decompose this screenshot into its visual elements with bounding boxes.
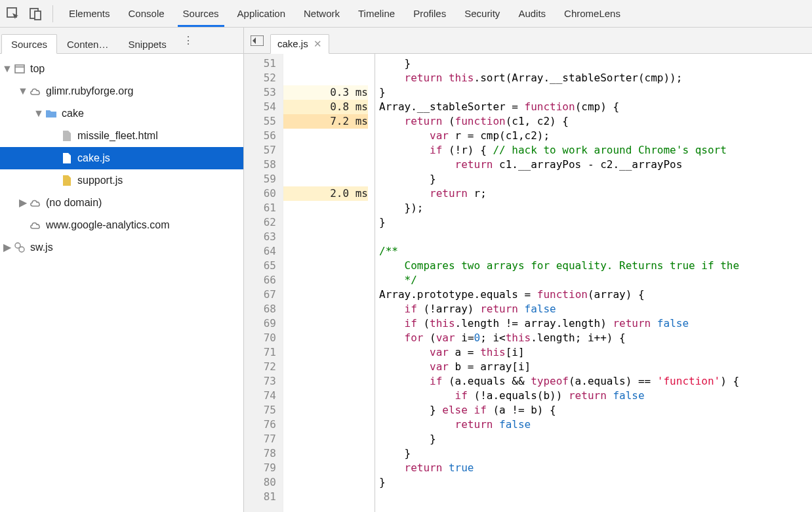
line-number[interactable]: 53 xyxy=(244,85,276,100)
line-number[interactable]: 72 xyxy=(244,360,276,374)
code-line[interactable]: return (function(c1, c2) { xyxy=(379,114,812,129)
code-line[interactable]: } xyxy=(379,56,812,71)
code-line[interactable]: for (var i=0; i<this.length; i++) { xyxy=(379,331,812,345)
line-number[interactable]: 63 xyxy=(244,230,276,244)
tree-item-support-js[interactable]: support.js xyxy=(0,169,243,192)
line-number[interactable]: 56 xyxy=(244,129,276,143)
code-line[interactable]: if (!a.equals(b)) return false xyxy=(379,389,812,403)
panel-tab-console[interactable]: Console xyxy=(119,0,174,27)
line-number[interactable]: 52 xyxy=(244,71,276,85)
line-number[interactable]: 75 xyxy=(244,403,276,417)
code-line[interactable]: return true xyxy=(379,461,812,475)
code-line[interactable]: } xyxy=(379,85,812,100)
expand-icon[interactable]: ▼ xyxy=(34,109,43,118)
line-number[interactable]: 64 xyxy=(244,244,276,259)
file-navigator-toggle-icon[interactable] xyxy=(248,32,266,50)
expand-icon[interactable]: ▶ xyxy=(3,243,12,252)
line-number[interactable]: 57 xyxy=(244,143,276,158)
expand-icon[interactable]: ▼ xyxy=(3,64,12,74)
code-line[interactable]: var a = this[i] xyxy=(379,345,812,360)
line-number[interactable]: 55 xyxy=(244,114,276,129)
svg-rect-3 xyxy=(35,11,41,20)
code-line[interactable]: if (!r) { // hack to work around Chrome'… xyxy=(379,143,812,158)
code-line[interactable]: Compares two arrays for equality. Return… xyxy=(379,259,812,273)
code-line[interactable]: } xyxy=(379,432,812,446)
code-line[interactable]: var b = array[i] xyxy=(379,360,812,374)
tree-item--no-domain-[interactable]: ▶(no domain) xyxy=(0,192,243,214)
code-line[interactable]: /** xyxy=(379,244,812,259)
code-line[interactable]: if (this.length != array.length) return … xyxy=(379,316,812,331)
tree-item-sw-js[interactable]: ▶sw.js xyxy=(0,236,243,259)
expand-icon[interactable]: ▶ xyxy=(18,198,28,207)
code-line[interactable]: } else if (a != b) { xyxy=(379,403,812,417)
line-number[interactable]: 62 xyxy=(244,215,276,230)
line-number[interactable]: 80 xyxy=(244,475,276,490)
code-line[interactable]: var r = cmp(c1,c2); xyxy=(379,129,812,143)
tree-item-cake[interactable]: ▼cake xyxy=(0,102,243,125)
panel-tab-timeline[interactable]: Timeline xyxy=(349,0,404,27)
line-number[interactable]: 59 xyxy=(244,172,276,186)
line-number[interactable]: 78 xyxy=(244,446,276,461)
line-number[interactable]: 68 xyxy=(244,302,276,316)
tree-item-missile-fleet-html[interactable]: missile_fleet.html xyxy=(0,125,243,147)
code-line[interactable]: } xyxy=(379,446,812,461)
panel-tab-sources[interactable]: Sources xyxy=(174,0,228,27)
line-number[interactable]: 66 xyxy=(244,273,276,288)
line-number[interactable]: 60 xyxy=(244,186,276,201)
code-line[interactable]: if (a.equals && typeof(a.equals) == 'fun… xyxy=(379,374,812,389)
code-line[interactable]: }); xyxy=(379,201,812,215)
code-line[interactable]: return this.sort(Array.__stableSorter(cm… xyxy=(379,71,812,85)
device-toggle-icon[interactable] xyxy=(28,6,43,22)
inspect-element-icon[interactable] xyxy=(5,6,21,22)
line-number[interactable]: 79 xyxy=(244,461,276,475)
line-number[interactable]: 67 xyxy=(244,288,276,302)
code-line[interactable]: return r; xyxy=(379,186,812,201)
code-line[interactable]: if (!array) return false xyxy=(379,302,812,316)
code-line[interactable]: Array.prototype.equals = function(array)… xyxy=(379,288,812,302)
code-line[interactable] xyxy=(379,490,812,504)
tree-item-top[interactable]: ▼top xyxy=(0,58,243,80)
panel-tab-profiles[interactable]: Profiles xyxy=(404,0,455,27)
line-number[interactable]: 58 xyxy=(244,158,276,172)
line-number[interactable]: 65 xyxy=(244,259,276,273)
panel-tab-network[interactable]: Network xyxy=(294,0,349,27)
panel-tab-security[interactable]: Security xyxy=(455,0,509,27)
panel-tab-audits[interactable]: Audits xyxy=(509,0,555,27)
tree-item-glimr-rubyforge-org[interactable]: ▼glimr.rubyforge.org xyxy=(0,80,243,102)
cloud-icon xyxy=(29,85,42,98)
overflow-menu-icon[interactable]: ⋮ xyxy=(176,34,200,47)
navigator-tab-conten[interactable]: Conten… xyxy=(57,34,118,54)
code-editor[interactable]: 5152535455565758596061626364656667686970… xyxy=(244,54,812,512)
panel-tab-application[interactable]: Application xyxy=(228,0,294,27)
navigator-tab-snippets[interactable]: Snippets xyxy=(118,34,176,54)
tree-item-www-google-analytics-com[interactable]: www.google-analytics.com xyxy=(0,214,243,236)
code-line[interactable] xyxy=(379,230,812,244)
panel-tab-elements[interactable]: Elements xyxy=(60,0,119,27)
code-line[interactable]: } xyxy=(379,475,812,490)
line-number[interactable]: 70 xyxy=(244,331,276,345)
line-number[interactable]: 71 xyxy=(244,345,276,360)
expand-icon[interactable]: ▼ xyxy=(18,87,28,96)
code-line[interactable]: } xyxy=(379,172,812,186)
source-code[interactable]: } return this.sort(Array.__stableSorter(… xyxy=(375,54,812,512)
gears-icon xyxy=(13,241,26,254)
tree-item-cake-js[interactable]: cake.js xyxy=(0,147,243,169)
line-number[interactable]: 61 xyxy=(244,201,276,215)
line-number[interactable]: 76 xyxy=(244,417,276,432)
line-number[interactable]: 81 xyxy=(244,490,276,504)
navigator-tab-sources[interactable]: Sources xyxy=(1,34,57,54)
line-number[interactable]: 73 xyxy=(244,374,276,389)
code-line[interactable]: */ xyxy=(379,273,812,288)
code-line[interactable]: return c1.__arrayPos - c2.__arrayPos xyxy=(379,158,812,172)
line-number[interactable]: 77 xyxy=(244,432,276,446)
line-number[interactable]: 74 xyxy=(244,389,276,403)
code-line[interactable]: Array.__stableSorter = function(cmp) { xyxy=(379,100,812,114)
line-number[interactable]: 51 xyxy=(244,56,276,71)
code-line[interactable]: } xyxy=(379,215,812,230)
line-number[interactable]: 69 xyxy=(244,316,276,331)
line-number[interactable]: 54 xyxy=(244,100,276,114)
close-tab-icon[interactable]: ✕ xyxy=(314,38,322,50)
code-line[interactable]: return false xyxy=(379,417,812,432)
editor-file-tab[interactable]: cake.js ✕ xyxy=(270,34,329,54)
panel-tab-chromelens[interactable]: ChromeLens xyxy=(555,0,630,27)
